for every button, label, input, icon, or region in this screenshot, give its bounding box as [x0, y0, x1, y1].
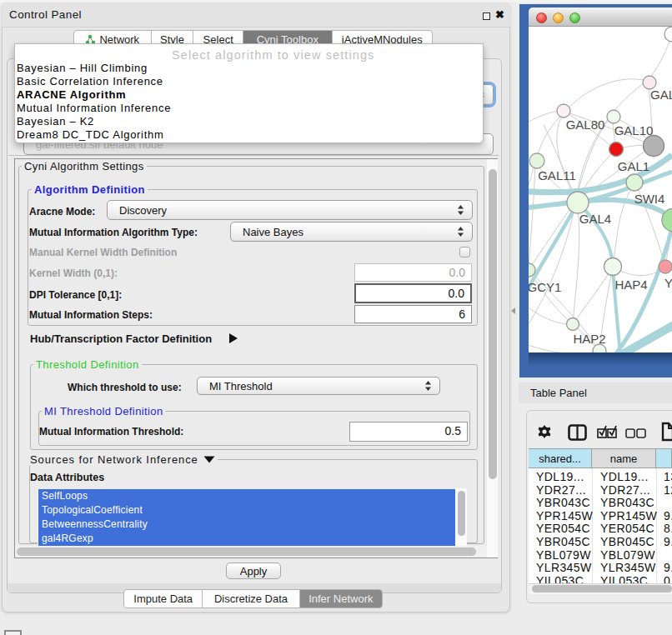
- svg-text:GAL7: GAL7: [650, 88, 672, 102]
- svg-text:GAL1: GAL1: [618, 159, 649, 173]
- svg-text:GAL80: GAL80: [566, 118, 605, 132]
- svg-text:HAP4: HAP4: [614, 278, 647, 292]
- svg-text:SWI4: SWI4: [634, 192, 665, 206]
- svg-text:GAL11: GAL11: [538, 168, 576, 182]
- svg-text:GAL10: GAL10: [614, 123, 654, 138]
- svg-text:GAL4: GAL4: [579, 212, 611, 226]
- svg-text:HAP2: HAP2: [573, 332, 605, 346]
- svg-text:GCY1: GCY1: [529, 280, 561, 294]
- svg-text:Y: Y: [664, 276, 672, 290]
